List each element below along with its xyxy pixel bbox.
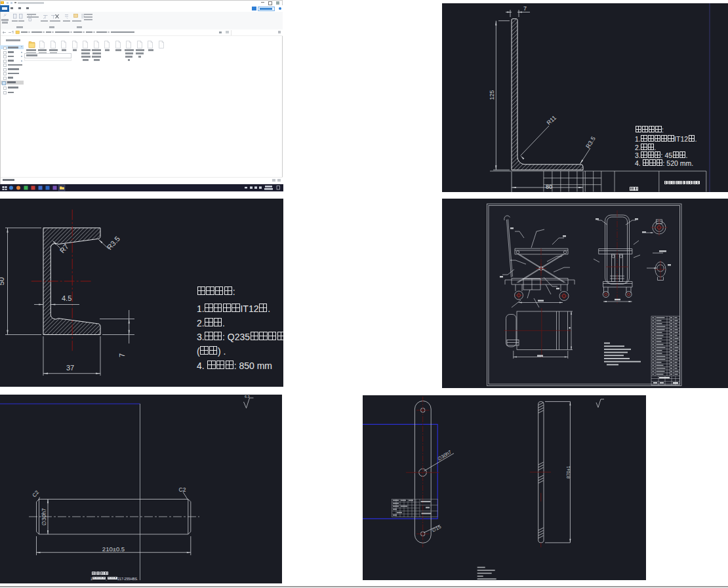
svg-text:∅15: ∅15: [431, 524, 442, 534]
svg-text:∅30h7: ∅30h7: [41, 508, 47, 526]
svg-text:210±0.5: 210±0.5: [102, 545, 125, 553]
svg-text:7: 7: [523, 5, 527, 12]
svg-text:C2: C2: [179, 486, 186, 493]
svg-text:7: 7: [118, 353, 126, 357]
svg-text:C2: C2: [31, 489, 41, 498]
svg-text:R3.5: R3.5: [584, 136, 597, 149]
svg-text:125: 125: [489, 90, 495, 100]
svg-text:6.3: 6.3: [245, 395, 250, 399]
svg-text:4.5: 4.5: [62, 294, 71, 302]
svg-text:50: 50: [0, 277, 5, 285]
svg-text:37: 37: [66, 364, 74, 372]
svg-text:R11: R11: [546, 114, 557, 126]
svg-text:R3.5: R3.5: [106, 235, 121, 251]
svg-text:∅30h7: ∅30h7: [436, 449, 453, 462]
svg-text:870±1: 870±1: [566, 465, 571, 479]
